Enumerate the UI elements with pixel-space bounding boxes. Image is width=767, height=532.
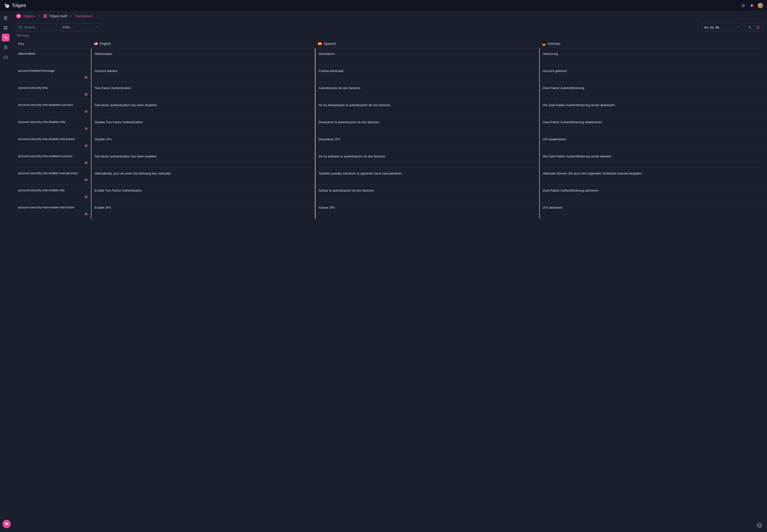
sidebar-item-export[interactable] [2, 43, 10, 51]
camera-icon[interactable] [84, 161, 88, 165]
svg-point-22 [86, 77, 87, 78]
sidebar [0, 11, 11, 532]
svg-point-0 [5, 4, 6, 5]
key-cell[interactable]: account-security-mfa-disabled-success [15, 100, 91, 116]
translation-cell-en[interactable]: Alternatively, you can enter the followi… [91, 168, 315, 185]
key-name: account-security-mfa-enabled-success [18, 154, 72, 158]
sidebar-item-translations[interactable] [2, 34, 10, 41]
svg-point-2 [6, 5, 7, 6]
key-cell[interactable]: account-security-mfa-enabled-success [15, 151, 91, 168]
translation-cell-en[interactable]: Disable Two-Factor Authentication [91, 117, 315, 133]
translation-cell-de[interactable]: 2FA aktivieren [539, 202, 763, 219]
table-row: account-security-mfa-disable-mfaDisable … [15, 116, 763, 133]
svg-point-30 [86, 214, 87, 215]
locale-flag-icon[interactable] [749, 3, 754, 8]
language-select[interactable]: en, es, de [702, 23, 742, 31]
translation-cell-de[interactable]: 2FA deaktivieren [539, 134, 763, 151]
key-cell[interactable]: account-security-mfa-disable-mfa [15, 117, 91, 133]
camera-icon[interactable] [84, 75, 88, 80]
translation-cell-en[interactable]: Account deleted [91, 65, 315, 82]
search-input-wrap[interactable] [16, 23, 57, 31]
translation-cell-es[interactable]: Activar 2FA [315, 202, 539, 219]
svg-point-3 [743, 5, 744, 6]
svg-rect-5 [6, 17, 7, 20]
sidebar-item-projects[interactable] [2, 14, 10, 22]
view-toggle [745, 23, 762, 32]
camera-icon[interactable] [84, 110, 88, 114]
table-row: account-security-mfaTwo-Factor Authentic… [15, 82, 763, 99]
svg-rect-19 [757, 28, 757, 29]
key-cell[interactable]: account-security-mfa [15, 82, 91, 99]
sidebar-item-dashboard[interactable] [2, 24, 10, 32]
topbar: Tolgee [0, 0, 767, 11]
camera-icon[interactable] [84, 195, 88, 199]
key-name: account-security-mfa-disabled-success [18, 103, 73, 107]
svg-point-1 [5, 4, 9, 8]
camera-icon[interactable] [84, 92, 88, 97]
svg-rect-17 [757, 27, 758, 28]
key-cell[interactable]: abbreviation [15, 48, 91, 65]
key-cell[interactable]: account-security-mfa-disable-mfa-button [15, 134, 91, 151]
translation-cell-en[interactable]: Abbreviation [91, 48, 315, 65]
key-cell[interactable]: account-security-mfa-enable-mfa [15, 185, 91, 202]
avatar[interactable] [758, 3, 763, 8]
key-cell[interactable]: account-deleted-message [15, 65, 91, 82]
translation-cell-de[interactable]: Alternativ können Sie auch den folgenden… [539, 168, 763, 185]
svg-point-11 [44, 15, 46, 17]
help-fab[interactable]: ? [757, 523, 762, 528]
translation-cell-es[interactable]: Se ha activado la autenticación de dos f… [315, 151, 539, 168]
svg-rect-9 [6, 28, 7, 30]
svg-rect-8 [4, 28, 5, 30]
theme-toggle-icon[interactable] [741, 3, 746, 8]
brand-logo[interactable]: Tolgee [4, 3, 26, 9]
filter-select[interactable]: Filter... [60, 23, 101, 31]
breadcrumb-org[interactable]: Tolgee▼ [23, 14, 36, 18]
translation-cell-es[interactable]: Abreviatura [315, 48, 539, 65]
flag-es-icon [318, 42, 322, 46]
translation-cell-de[interactable]: Abkürzung [539, 48, 763, 65]
translation-cell-es[interactable]: Autenticación de dos factores [315, 82, 539, 99]
filter-label: Filter... [63, 25, 73, 29]
chevron-down-icon [736, 25, 739, 29]
translation-cell-de[interactable]: Die Zwei-Faktor-Authentifizierung wurde … [539, 151, 763, 168]
sidebar-item-integrations[interactable] [2, 53, 10, 61]
svg-point-23 [86, 94, 87, 95]
translation-cell-de[interactable]: Zwei-Faktor-Authentifizierung [539, 82, 763, 99]
search-input[interactable] [24, 25, 55, 29]
key-cell[interactable]: account-security-mfa-enable-manual-entry [15, 168, 91, 185]
svg-rect-13 [757, 26, 757, 27]
translation-cell-en[interactable]: Two-factor authentication has been enabl… [91, 151, 315, 168]
translation-cell-en[interactable]: Enable 2FA [91, 202, 315, 219]
breadcrumb-project[interactable]: Tolgee itself [49, 14, 67, 18]
camera-icon[interactable] [84, 212, 88, 216]
translation-cell-es[interactable]: También puedes introducir la siguiente c… [315, 168, 539, 185]
translation-cell-es[interactable]: Activar la autenticación de dos factores [315, 185, 539, 202]
translation-cell-es[interactable]: Desactivar la autenticación de dos facto… [315, 117, 539, 133]
translation-cell-es[interactable]: Cuenta eliminada [315, 65, 539, 82]
translation-cell-de[interactable]: Die Zwei-Faktor-Authentifizierung wurde … [539, 100, 763, 116]
chat-fab[interactable] [2, 520, 11, 528]
translation-cell-es[interactable]: Desactivar 2FA [315, 134, 539, 151]
camera-icon[interactable] [84, 127, 88, 131]
translation-cell-es[interactable]: Se ha desactivado la autenticación de do… [315, 100, 539, 116]
filters-row: Filter... en, es, de [11, 21, 767, 34]
translation-cell-en[interactable]: Enable Two-Factor Authentication [91, 185, 315, 202]
translation-cell-en[interactable]: Disable 2FA [91, 134, 315, 151]
translation-cell-de[interactable]: Zwei-Faktor-Authentifizierung deaktivier… [539, 117, 763, 133]
breadcrumb-section[interactable]: Translations [74, 14, 93, 18]
svg-rect-10 [4, 56, 7, 58]
table-row: account-security-mfa-enable-mfaEnable Tw… [15, 185, 763, 202]
camera-icon[interactable] [84, 144, 88, 148]
view-grid-button[interactable] [754, 23, 762, 31]
table-row: abbreviationAbbreviationAbreviaturaAbkür… [15, 48, 763, 65]
breadcrumb: TO Tolgee▼ Tolgee itself Translations [11, 11, 767, 21]
view-list-button[interactable] [745, 23, 754, 31]
tolgee-mouse-icon [4, 3, 10, 9]
translation-cell-de[interactable]: Zwei-Faktor-Authentifizierung aktivieren [539, 185, 763, 202]
translation-cell-en[interactable]: Two-factor authentication has been disab… [91, 100, 315, 116]
translation-cell-en[interactable]: Two-Factor Authentication [91, 82, 315, 99]
camera-icon[interactable] [84, 178, 88, 182]
svg-point-27 [86, 162, 87, 163]
translation-cell-de[interactable]: Account gelöscht [539, 65, 763, 82]
key-cell[interactable]: account-security-mfa-enable-mfa-button [15, 202, 91, 219]
